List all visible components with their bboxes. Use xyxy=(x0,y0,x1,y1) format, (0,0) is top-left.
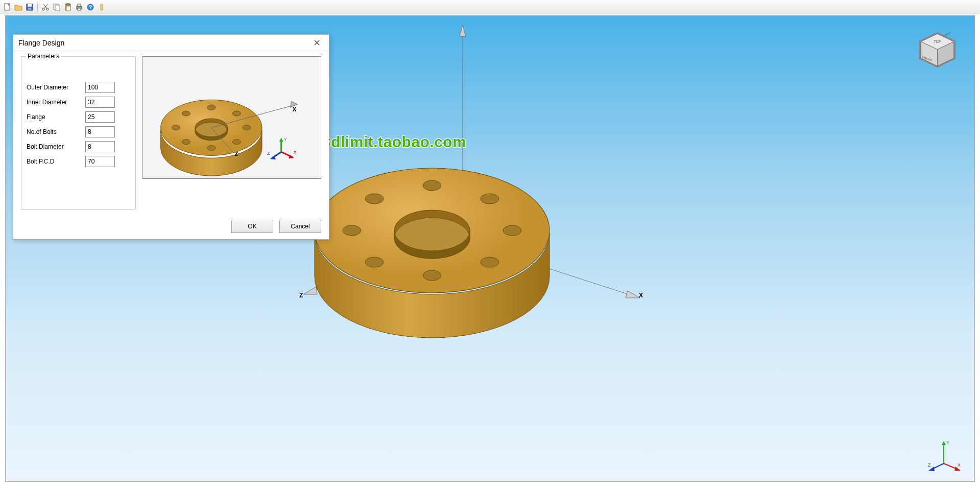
watermark-text: 3dlimit.taobao.com xyxy=(322,133,466,151)
svg-point-28 xyxy=(481,194,499,204)
svg-point-58 xyxy=(182,111,190,116)
svg-point-29 xyxy=(503,225,521,236)
svg-text:Z: Z xyxy=(267,151,270,156)
svg-point-56 xyxy=(182,140,190,145)
svg-marker-46 xyxy=(928,467,935,471)
viewcube-top-label: TOP xyxy=(934,40,941,43)
view-cube[interactable]: TOP FRONT LEFT xyxy=(916,29,959,72)
svg-text:X: X xyxy=(958,462,961,468)
new-document-icon[interactable] xyxy=(2,2,12,12)
dialog-title-text: Flange Design xyxy=(18,39,309,47)
svg-marker-65 xyxy=(279,138,283,142)
svg-point-55 xyxy=(207,146,216,151)
svg-point-32 xyxy=(365,257,384,267)
svg-rect-14 xyxy=(78,8,81,10)
svg-point-31 xyxy=(423,270,441,281)
flange-main-render xyxy=(292,77,578,363)
flange-input[interactable] xyxy=(85,111,115,123)
svg-text:?: ? xyxy=(89,5,92,10)
svg-text:Y: Y xyxy=(946,440,949,445)
svg-point-52 xyxy=(232,111,241,116)
svg-point-53 xyxy=(243,125,251,130)
svg-point-51 xyxy=(207,105,216,110)
axis-z-label: Z xyxy=(299,292,303,299)
svg-text:X: X xyxy=(293,150,296,155)
svg-marker-21 xyxy=(626,291,640,298)
cancel-button[interactable]: Cancel xyxy=(279,220,321,233)
preview-viewport: X Z Y X Z xyxy=(142,56,321,179)
svg-marker-19 xyxy=(460,25,466,36)
bolt-pcd-input[interactable] xyxy=(85,156,115,167)
svg-line-20 xyxy=(463,241,636,297)
svg-point-33 xyxy=(343,225,361,236)
group-legend: Parameters xyxy=(26,53,61,60)
svg-point-26 xyxy=(394,218,470,259)
svg-rect-8 xyxy=(55,5,60,11)
svg-rect-10 xyxy=(66,4,69,5)
svg-point-54 xyxy=(232,140,241,145)
cut-scissors-icon[interactable] xyxy=(40,2,51,12)
svg-marker-23 xyxy=(303,287,317,294)
svg-point-25 xyxy=(394,210,470,251)
svg-point-34 xyxy=(365,194,384,204)
ok-button[interactable]: OK xyxy=(231,220,273,233)
refresh-icon[interactable] xyxy=(97,2,107,12)
dialog-title-bar[interactable]: Flange Design xyxy=(13,35,329,51)
viewcube-left-label: LEFT xyxy=(944,31,951,37)
svg-marker-40 xyxy=(942,441,946,445)
paste-clipboard-icon[interactable] xyxy=(63,2,73,12)
svg-text:Z: Z xyxy=(234,151,238,157)
svg-text:X: X xyxy=(293,106,297,113)
open-folder-icon[interactable] xyxy=(13,2,23,12)
flange-design-dialog: Flange Design Parameters Outer Diameter … xyxy=(13,34,329,240)
outer-diameter-input[interactable] xyxy=(85,82,115,93)
svg-rect-4 xyxy=(28,8,31,10)
svg-point-27 xyxy=(423,180,441,191)
svg-marker-68 xyxy=(289,154,295,158)
svg-point-24 xyxy=(315,168,549,293)
svg-point-30 xyxy=(481,257,499,267)
no-bolts-label: No.of Bolts xyxy=(27,128,85,135)
svg-point-57 xyxy=(172,125,180,130)
axis-x-label: X xyxy=(639,292,643,299)
bolt-pcd-label: Bolt P.C.D xyxy=(27,158,85,165)
inner-diameter-label: Inner Diameter xyxy=(27,99,85,106)
print-icon[interactable] xyxy=(74,2,84,12)
svg-text:Z: Z xyxy=(928,462,931,468)
svg-rect-3 xyxy=(28,4,32,7)
svg-rect-11 xyxy=(66,6,70,11)
svg-line-45 xyxy=(931,463,944,470)
flange-label: Flange xyxy=(27,113,85,121)
svg-line-42 xyxy=(944,463,959,470)
copy-icon[interactable] xyxy=(52,2,62,12)
triaxis-indicator: Y X Z xyxy=(926,438,962,474)
svg-rect-17 xyxy=(101,4,103,10)
svg-marker-43 xyxy=(954,467,961,471)
outer-diameter-label: Outer Diameter xyxy=(27,84,85,91)
help-shield-icon[interactable]: ? xyxy=(85,2,95,12)
bolt-diameter-label: Bolt Diameter xyxy=(27,143,85,150)
save-floppy-icon[interactable] xyxy=(25,2,35,12)
parameters-group: Parameters Outer Diameter Inner Diameter… xyxy=(21,56,136,210)
main-toolbar: ? xyxy=(0,0,980,14)
bolt-diameter-input[interactable] xyxy=(85,141,115,152)
svg-line-22 xyxy=(307,241,463,293)
close-icon[interactable] xyxy=(309,36,324,50)
svg-text:Y: Y xyxy=(284,137,287,142)
inner-diameter-input[interactable] xyxy=(85,97,115,108)
svg-rect-13 xyxy=(78,4,81,6)
no-bolts-input[interactable] xyxy=(85,126,115,137)
toolbar-separator xyxy=(37,3,38,12)
